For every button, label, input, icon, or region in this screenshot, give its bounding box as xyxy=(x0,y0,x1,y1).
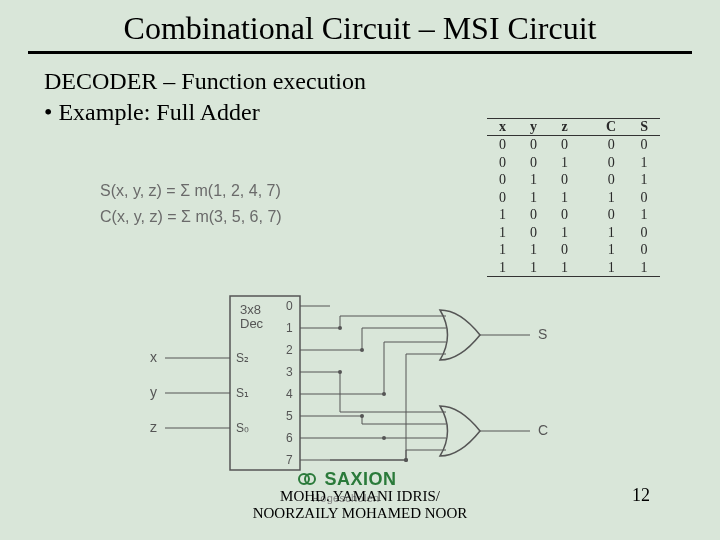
th-x: x xyxy=(487,119,518,136)
formula-s: S(x, y, z) = Σ m(1, 2, 4, 7) xyxy=(100,178,282,204)
svg-point-31 xyxy=(360,348,364,352)
svg-text:2: 2 xyxy=(286,343,293,357)
table-row: 10110 xyxy=(487,224,660,242)
svg-text:C: C xyxy=(538,422,548,438)
svg-point-37 xyxy=(404,458,408,462)
svg-text:S₂: S₂ xyxy=(236,351,249,365)
table-row: 01110 xyxy=(487,189,660,207)
th-y: y xyxy=(518,119,549,136)
svg-text:5: 5 xyxy=(286,409,293,423)
formulas: S(x, y, z) = Σ m(1, 2, 4, 7) C(x, y, z) … xyxy=(100,178,282,229)
or-gate-c: C xyxy=(440,406,548,456)
table-row: 00101 xyxy=(487,154,660,172)
brand: SAXION xyxy=(324,469,396,489)
svg-text:S₁: S₁ xyxy=(236,386,249,400)
or-gate-s: S xyxy=(440,310,547,360)
truth-table: x y z C S 000000010101001011101000110110… xyxy=(487,118,660,277)
circuit-diagram: 3x8 Dec x S₂y S₁z S₀ 0 1 2 3 4 5 6 7 S C xyxy=(120,288,560,478)
svg-point-36 xyxy=(382,436,386,440)
th-s: S xyxy=(628,119,660,136)
svg-point-30 xyxy=(338,326,342,330)
table-row: 00000 xyxy=(487,136,660,154)
table-row: 11111 xyxy=(487,259,660,277)
svg-text:x: x xyxy=(150,349,157,365)
th-c: C xyxy=(580,119,628,136)
svg-text:0: 0 xyxy=(286,299,293,313)
svg-point-35 xyxy=(360,414,364,418)
svg-text:3: 3 xyxy=(286,365,293,379)
svg-text:1: 1 xyxy=(286,321,293,335)
formula-c: C(x, y, z) = Σ m(3, 5, 6, 7) xyxy=(100,204,282,230)
svg-text:6: 6 xyxy=(286,431,293,445)
svg-text:z: z xyxy=(150,419,157,435)
decoder-line2: Dec xyxy=(240,316,264,331)
svg-text:S₀: S₀ xyxy=(236,421,249,435)
table-row: 01001 xyxy=(487,171,660,189)
decoder-line1: 3x8 xyxy=(240,302,261,317)
svg-text:S: S xyxy=(538,326,547,342)
svg-point-32 xyxy=(382,392,386,396)
th-z: z xyxy=(549,119,580,136)
title-underline xyxy=(28,51,692,54)
svg-text:7: 7 xyxy=(286,453,293,467)
table-row: 10001 xyxy=(487,206,660,224)
footer-credit: MOHD. YAMANI IDRIS/ NOORZAILY MOHAMED NO… xyxy=(0,488,720,523)
page-number: 12 xyxy=(632,485,650,506)
table-row: 11010 xyxy=(487,241,660,259)
page-title: Combinational Circuit – MSI Circuit xyxy=(0,0,720,47)
svg-text:y: y xyxy=(150,384,157,400)
subtitle: DECODER – Function execution xyxy=(44,68,720,95)
svg-text:4: 4 xyxy=(286,387,293,401)
svg-point-34 xyxy=(338,370,342,374)
